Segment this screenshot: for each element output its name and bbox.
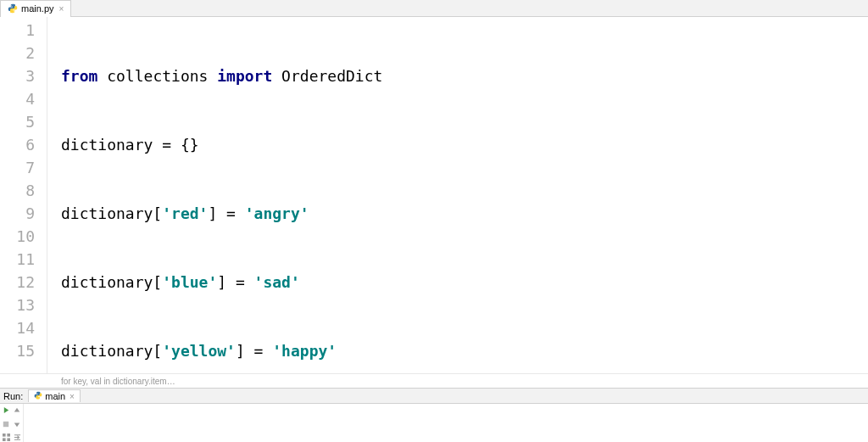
svg-rect-5 — [3, 438, 6, 441]
svg-rect-6 — [7, 438, 10, 441]
svg-rect-3 — [3, 434, 6, 437]
run-tab-name: main — [45, 391, 65, 401]
svg-point-1 — [14, 11, 14, 12]
close-icon[interactable]: × — [59, 4, 64, 14]
svg-rect-2 — [3, 421, 8, 426]
console-output[interactable]: red angry blue sad yellow happy red angr… — [24, 404, 868, 442]
python-icon — [34, 391, 42, 401]
run-panel: red angry blue sad yellow happy red angr… — [0, 404, 868, 442]
breadcrumb[interactable]: for key, val in dictionary.item… — [0, 373, 868, 389]
code-line: dictionary = {} — [61, 133, 868, 156]
code-line: dictionary['red'] = 'angry' — [61, 202, 868, 225]
breadcrumb-text: for key, val in dictionary.item… — [61, 377, 175, 386]
wrap-icon[interactable] — [13, 433, 22, 442]
run-tab[interactable]: main × — [28, 389, 81, 402]
layout-icon[interactable] — [2, 433, 11, 442]
code-area[interactable]: from collections import OrderedDict dict… — [47, 17, 868, 373]
run-label: Run: — [3, 391, 23, 401]
code-line: dictionary['yellow'] = 'happy' — [61, 339, 868, 362]
svg-point-0 — [11, 5, 12, 6]
rerun-icon[interactable] — [2, 406, 11, 415]
code-line: dictionary['blue'] = 'sad' — [61, 271, 868, 294]
up-icon[interactable] — [13, 406, 22, 415]
close-icon[interactable]: × — [70, 392, 75, 401]
run-toolbar — [0, 404, 24, 442]
line-gutter: 1 2 3 4 5 6 7 8 9 10 11 12 13 14 15 — [0, 17, 47, 373]
code-editor[interactable]: 1 2 3 4 5 6 7 8 9 10 11 12 13 14 15 from… — [0, 17, 868, 373]
stop-icon[interactable] — [2, 419, 11, 428]
python-icon — [8, 3, 18, 14]
tab-filename: main.py — [21, 3, 54, 14]
down-icon[interactable] — [13, 419, 22, 428]
svg-rect-4 — [7, 434, 10, 437]
run-panel-header: Run: main × — [0, 389, 868, 404]
editor-tabs: main.py × — [0, 0, 868, 17]
code-line: from collections import OrderedDict — [61, 64, 868, 87]
file-tab[interactable]: main.py × — [0, 0, 71, 17]
